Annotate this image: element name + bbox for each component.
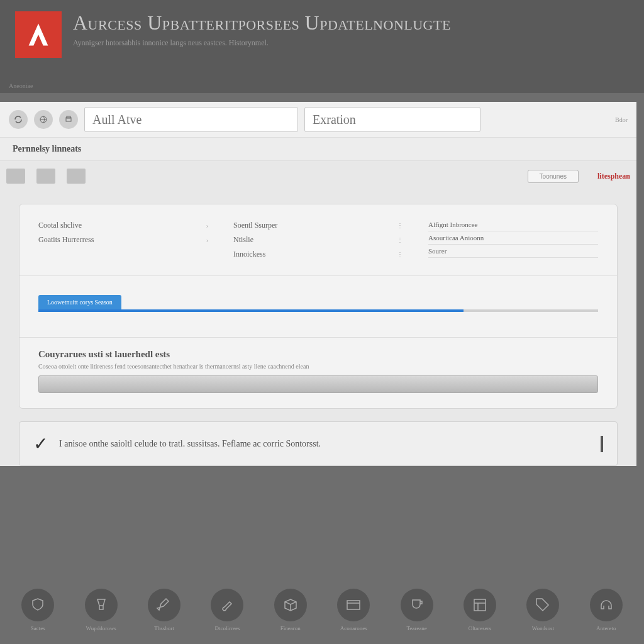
dock-card-icon[interactable]: Aconarones <box>328 589 379 631</box>
dock-panel-icon[interactable]: Oltaresers <box>455 589 505 631</box>
print-icon[interactable] <box>59 110 78 129</box>
section-title: Pernnelsy linneats <box>0 137 636 161</box>
list-item[interactable]: Ntislie⋮ <box>233 233 403 247</box>
globe-icon[interactable] <box>34 110 53 129</box>
progress-bar <box>38 309 598 312</box>
column-left: Cootal shclive› Goatits Hurrerress› <box>38 218 208 262</box>
column-mid: Soentl Ssurper⋮ Ntislie⋮ Innoickess⋮ <box>233 218 403 262</box>
action-link[interactable]: litesphean <box>597 172 630 181</box>
banner-message: I anisoe onthe saioltl celude to tratl. … <box>59 439 589 449</box>
list-item[interactable]: Cootal shclive› <box>38 218 208 233</box>
description-input[interactable] <box>38 375 598 393</box>
toolbar: Bdor <box>0 102 636 137</box>
search-input-primary[interactable] <box>84 107 298 132</box>
list-item[interactable]: Soentl Ssurper⋮ <box>233 218 403 233</box>
main-window: Bdor Pernnelsy linneats Toonunes litesph… <box>0 102 636 466</box>
description-title: Couyrarues usti st lauerhedl ests <box>38 349 598 360</box>
toolbar-badge: Bdor <box>615 116 628 123</box>
refresh-icon[interactable] <box>9 110 28 129</box>
app-logo <box>15 11 62 58</box>
dock-cup-icon[interactable]: Teareane <box>391 589 441 631</box>
action-button[interactable]: Toonunes <box>528 170 579 183</box>
dock-box-icon[interactable]: Finearon <box>265 589 316 631</box>
status-banner: ✓ I anisoe onthe saioltl celude to tratl… <box>19 421 618 466</box>
progress-section: Loowetnuitt corys Season <box>19 275 617 337</box>
check-icon: ✓ <box>33 433 48 454</box>
list-item[interactable]: Sourer <box>428 245 598 258</box>
footer-dock: SactesWupddorowsThssbortDtcolirreesFinea… <box>0 576 644 644</box>
dock-pen-icon[interactable]: Thssbort <box>139 589 189 631</box>
progress-label: Loowetnuitt corys Season <box>38 295 121 309</box>
list-item[interactable]: Asouriicaa Anioonn <box>428 231 598 245</box>
tab-item-1[interactable] <box>6 169 25 184</box>
app-title: Aurcess Upbatteritporsees Updatelnonlugt… <box>73 11 629 35</box>
list-item[interactable]: Innoickess⋮ <box>233 247 403 262</box>
breadcrumb: Aneoniae <box>0 79 644 93</box>
tab-row: Toonunes litesphean <box>0 161 636 191</box>
list-item[interactable]: Alfignt Inbroncee <box>428 218 598 231</box>
dock-shield-icon[interactable]: Sactes <box>13 589 63 631</box>
app-header: Aurcess Upbatteritporsees Updatelnonlugt… <box>0 0 644 79</box>
list-item[interactable]: Goatits Hurrerress› <box>38 233 208 247</box>
dock-tag-icon[interactable]: Wondsost <box>518 589 568 631</box>
handle-icon[interactable] <box>601 436 603 452</box>
description-body: Coseoa ottoieit onte litireness fend teo… <box>38 362 598 370</box>
dock-brush-icon[interactable]: Dtcolirrees <box>202 589 252 631</box>
description-section: Couyrarues usti st lauerhedl ests Coseoa… <box>19 337 617 408</box>
dock-headset-icon[interactable]: Antereto <box>581 589 631 631</box>
tab-item-2[interactable] <box>36 169 55 184</box>
column-right: Alfignt Inbroncee Asouriicaa Anioonn Sou… <box>428 218 598 262</box>
tab-item-3[interactable] <box>67 169 86 184</box>
dock-glass-icon[interactable]: Wupddorows <box>75 589 126 631</box>
search-input-secondary[interactable] <box>304 107 480 132</box>
app-subtitle: Aynnigser hntorsabhis innonice langs neu… <box>73 38 629 48</box>
content-panel: Cootal shclive› Goatits Hurrerress› Soen… <box>19 204 618 409</box>
